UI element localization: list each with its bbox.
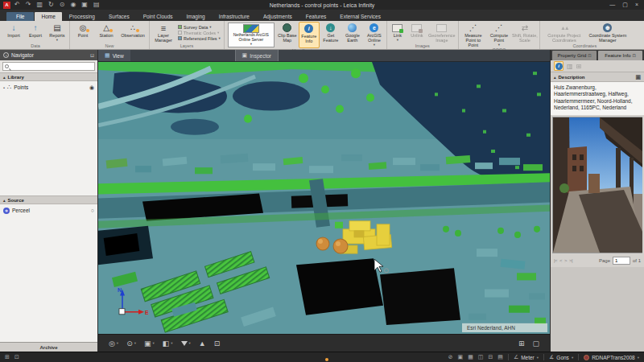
library-section-header[interactable]: ▴ Library [0, 72, 97, 81]
tank-point-2[interactable] [333, 239, 348, 253]
tank-point-1[interactable] [316, 237, 329, 250]
tab-view[interactable]: ▦ View [98, 50, 130, 61]
page-number-input[interactable] [613, 257, 630, 265]
tab-surfaces[interactable]: Surfaces [102, 12, 136, 22]
restore-button[interactable]: ▢ [622, 2, 628, 8]
navigator-title: Navigator [11, 52, 34, 58]
tin-view-button[interactable]: ▲ [196, 339, 208, 348]
feature-info-panel: Property Grid ⊡ Feature Info ⊡ i ▥ ⊞ ▴ D… [550, 50, 644, 352]
map-svg[interactable]: N E Esri Nederland, AHN [98, 62, 550, 334]
close-button[interactable]: × [635, 2, 638, 8]
link-image-button[interactable]: Link ▾ [389, 22, 407, 43]
navigator-panel: ◔ Navigator ⊡ ▴ Library • ∴ Points ◉ [0, 50, 98, 352]
select-area-icon: ⊡ [214, 339, 221, 348]
snap-points-icon[interactable]: ▦ [468, 354, 473, 360]
archive-icon[interactable]: ▣ [81, 1, 88, 9]
tab-infrastructure[interactable]: Infrastructure [213, 12, 256, 22]
snap-surface-icon[interactable]: ▤ [497, 354, 503, 360]
perceel-radio[interactable]: ○ [91, 208, 94, 213]
sync-icon[interactable]: ⊙ [60, 1, 65, 9]
group-label-layers: Layers [151, 43, 222, 49]
snap-off-icon[interactable]: ⊘ [448, 354, 453, 360]
snapshot-icon[interactable]: ◉ [70, 1, 76, 9]
snap-lines-icon[interactable]: ◫ [478, 354, 484, 360]
tab-adjustments[interactable]: Adjustments [257, 12, 299, 22]
new-point-button[interactable]: ◎ Point [72, 22, 94, 43]
redo-icon[interactable]: ↷ [26, 1, 31, 9]
compute-point-button[interactable]: ⋰ Compute Point ▾ [487, 22, 511, 47]
description-section-header[interactable]: ▴ Description ▣ [551, 72, 644, 82]
tab-imaging[interactable]: Imaging [180, 12, 212, 22]
info-mode-button[interactable]: i [554, 61, 564, 71]
pager-first-button[interactable]: |< [554, 258, 557, 263]
tab-external-services[interactable]: External Services [333, 12, 387, 22]
delete-icon[interactable]: ▥ [36, 1, 43, 9]
feature-info-button[interactable]: i Feature Info [299, 22, 320, 48]
visibility-eye-icon[interactable]: ◉ [89, 84, 94, 91]
tab-property-grid[interactable]: Property Grid ⊡ [552, 51, 597, 60]
layer-manager-button[interactable]: ≡ Layer Manager [151, 22, 175, 43]
get-feature-button[interactable]: ↓ Get Feature [320, 22, 341, 48]
archive-button[interactable]: Archive [0, 342, 97, 352]
display-mode-button[interactable]: ▣▾ [142, 339, 157, 348]
clip-base-map-button[interactable]: Clip Base Map [277, 22, 298, 48]
new-station-button[interactable]: △ Station [95, 22, 118, 43]
filter-button[interactable]: ▾ [179, 341, 193, 346]
google-earth-button[interactable]: Google Earth [342, 22, 363, 48]
copy-icon[interactable]: ▣ [635, 74, 641, 80]
pin-icon[interactable]: ⊡ [90, 52, 94, 58]
tab-features[interactable]: Features [299, 12, 333, 22]
tab-processing[interactable]: Processing [63, 12, 101, 22]
tree-item-perceel[interactable]: ∗ Perceel ○ [0, 204, 97, 216]
georeference-image-button: Georeference Image [427, 22, 456, 43]
map-canvas[interactable]: N E Esri Nederland, AHN [98, 62, 550, 334]
app-window: A ↶ ↷ ▥ ↻ ⊙ ◉ ▣ ▤ Netherlands - control … [0, 0, 644, 362]
orbit-tool-button[interactable]: ◎▾ [106, 339, 121, 348]
tab-feature-info[interactable]: Feature Info ⊡ [598, 51, 642, 60]
clip-base-map-icon [283, 23, 291, 32]
description-text: Huis Zwanenburg, Haarlemmerstraatweg, Ha… [551, 82, 644, 115]
panel-layout-icon[interactable]: ⊡ [14, 354, 19, 360]
referenced-files-menu[interactable]: Referenced Files ▾ [178, 36, 221, 41]
tree-item-points[interactable]: • ∴ Points ◉ [0, 81, 97, 93]
undo-icon[interactable]: ↶ [14, 1, 20, 9]
search-input[interactable] [2, 62, 95, 71]
pager-last-button[interactable]: >| [569, 258, 572, 263]
pager-next-button[interactable]: > [564, 258, 567, 263]
attach-tool-button[interactable]: ⊙▾ [124, 339, 138, 348]
angle-unit-selector[interactable]: ∡ Gons ▾ [549, 354, 573, 360]
tab-point-clouds[interactable]: Point Clouds [137, 12, 180, 22]
select-area-button[interactable]: ⊡ [212, 339, 223, 348]
export-button[interactable]: ↑ Export [25, 22, 46, 43]
measure-point-to-point-button[interactable]: ⋰ Measure Point to Point [460, 22, 486, 47]
import-button[interactable]: ↓ Import [3, 22, 24, 43]
coordinate-system-manager-button[interactable]: ⊕ Coordinate System Manager [588, 22, 628, 43]
coordinate-system-selector[interactable]: RDNAPTrans2008 ▾ [584, 355, 639, 360]
tab-home[interactable]: Home [35, 12, 61, 22]
new-observation-button[interactable]: ∴ Observation [118, 22, 147, 43]
snap-grid-icon[interactable]: ▣ [458, 354, 464, 360]
netherlands-arcgis-server-button[interactable]: Netherlands ArcGIS Online Server ▾ [228, 23, 275, 47]
snap-intersect-icon[interactable]: ⊟ [488, 354, 493, 360]
source-section-header[interactable]: ▴ Source [0, 195, 97, 204]
feature-photo[interactable] [552, 117, 642, 253]
reports-button[interactable]: ▤ Reports ▾ [47, 22, 68, 43]
layout-icon[interactable]: ⊞ [5, 354, 10, 360]
ribbon-group-images: Link ▾ Unlink Georeference Image Images [387, 21, 459, 49]
page-of-label: of 1 [633, 258, 641, 263]
distance-unit-selector[interactable]: ∠ Meter ▾ [514, 354, 539, 360]
screenshot-button[interactable]: ▢ [530, 339, 542, 348]
tab-inspector[interactable]: ▣ Inspector [235, 50, 279, 61]
pager-prev-button[interactable]: < [559, 258, 562, 263]
refresh-icon[interactable]: ↻ [48, 1, 54, 9]
report-icon[interactable]: ▤ [93, 1, 100, 9]
tab-file[interactable]: File [6, 12, 34, 22]
pin-icon[interactable]: ⊡ [633, 53, 636, 58]
shading-mode-button[interactable]: ◧▾ [160, 339, 175, 348]
minimize-button[interactable]: — [609, 2, 615, 8]
arcgis-online-button[interactable]: e ArcGIS Online ▾ [364, 22, 385, 48]
pin-icon[interactable]: ⊡ [588, 53, 591, 58]
filter-icon [181, 341, 188, 346]
fit-view-button[interactable]: ⊞ [516, 339, 527, 348]
survey-data-menu[interactable]: Survey Data ▾ [178, 25, 221, 30]
